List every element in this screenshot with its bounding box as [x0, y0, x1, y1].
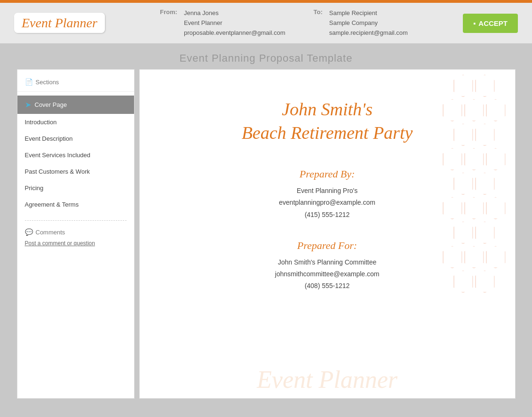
prepared-by-label: Prepared By:	[168, 168, 487, 180]
comments-section: 💬 Comments Post a comment or question	[17, 225, 134, 251]
cover-title: John Smith's Beach Retirement Party	[168, 98, 487, 144]
from-company: Event Planner	[184, 18, 286, 28]
accept-button[interactable]: ACCEPT	[463, 14, 518, 33]
sections-label: Sections	[36, 79, 59, 86]
from-block: From: Jenna Jones Event Planner proposab…	[160, 8, 285, 38]
sidebar-item-agreement[interactable]: Agreement & Terms	[17, 196, 134, 213]
cover-title-line1: John Smith's	[168, 98, 487, 121]
prepared-by-name: Event Planning Pro's	[168, 185, 487, 197]
prepared-for-phone: (408) 555-1212	[168, 280, 487, 292]
from-to-area: From: Jenna Jones Event Planner proposab…	[160, 8, 408, 38]
to-name: Sample Recipient	[329, 8, 408, 18]
comments-header: 💬 Comments	[25, 228, 127, 236]
logo-area: Event Planner	[14, 16, 105, 31]
prepared-by-phone: (415) 555-1212	[168, 209, 487, 221]
sidebar-item-event-services[interactable]: Event Services Included	[17, 147, 134, 163]
prepared-by-info: Event Planning Pro's eventplanningpro@ex…	[168, 185, 487, 221]
comment-icon: 💬	[25, 228, 33, 236]
to-info: Sample Recipient Sample Company sample.r…	[329, 8, 408, 38]
post-comment-link[interactable]: Post a comment or question	[25, 240, 95, 247]
sidebar-item-label: Cover Page	[35, 101, 67, 108]
from-email: proposable.eventplanner@gmail.com	[184, 28, 286, 38]
prepared-for-email: johnsmithcommittee@example.com	[168, 268, 487, 280]
page-title: Event Planning Proposal Template	[0, 44, 532, 69]
prepared-by-section: Prepared By: Event Planning Pro's eventp…	[168, 168, 487, 221]
sidebar-item-event-description[interactable]: Event Description	[17, 130, 134, 147]
prepared-for-section: Prepared For: John Smith's Planning Comm…	[168, 240, 487, 292]
logo: Event Planner	[14, 13, 105, 33]
from-label: From:	[160, 8, 177, 38]
watermark-logo: Event Planner	[140, 366, 515, 398]
to-company: Sample Company	[329, 18, 408, 28]
active-arrow-icon: ➤	[25, 100, 31, 109]
main-layout: 📄 Sections ➤ Cover Page Introduction Eve…	[8, 69, 525, 399]
sidebar-item-cover-page[interactable]: ➤ Cover Page	[17, 96, 134, 114]
sidebar-item-past-customers[interactable]: Past Customers & Work	[17, 163, 134, 180]
honeycomb-decoration	[443, 74, 506, 293]
sidebar-item-pricing[interactable]: Pricing	[17, 180, 134, 196]
to-email: sample.recipient@gmail.com	[329, 28, 408, 38]
from-name: Jenna Jones	[184, 8, 286, 18]
sidebar-divider	[25, 220, 127, 221]
header: Event Planner From: Jenna Jones Event Pl…	[0, 3, 532, 44]
comments-label: Comments	[36, 229, 65, 236]
prepared-for-name: John Smith's Planning Committee	[168, 257, 487, 268]
sidebar-nav: ➤ Cover Page Introduction Event Descript…	[17, 92, 134, 217]
from-info: Jenna Jones Event Planner proposable.eve…	[184, 8, 286, 38]
document-area: John Smith's Beach Retirement Party Prep…	[139, 69, 516, 399]
cover-title-line2: Beach Retirement Party	[168, 121, 487, 144]
document-icon: 📄	[25, 78, 33, 86]
sidebar: 📄 Sections ➤ Cover Page Introduction Eve…	[17, 69, 135, 399]
prepared-for-label: Prepared For:	[168, 240, 487, 252]
to-label: To:	[314, 8, 323, 38]
prepared-by-email: eventplanningpro@example.com	[168, 197, 487, 208]
sections-header: 📄 Sections	[17, 74, 134, 92]
prepared-for-info: John Smith's Planning Committee johnsmit…	[168, 257, 487, 292]
sidebar-item-introduction[interactable]: Introduction	[17, 114, 134, 130]
to-block: To: Sample Recipient Sample Company samp…	[314, 8, 408, 38]
